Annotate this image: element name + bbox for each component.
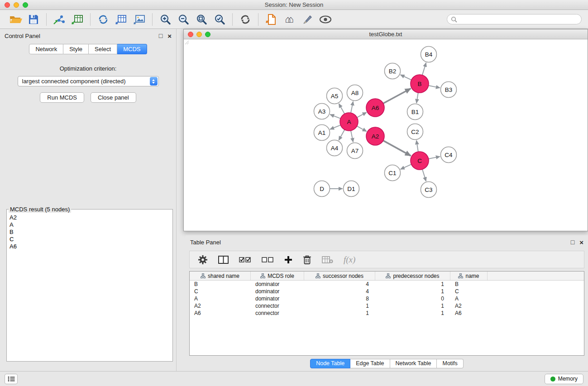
optimization-criterion-dropdown[interactable]: largest connected component (directed) bbox=[18, 76, 159, 86]
node-B1[interactable]: B1 bbox=[407, 104, 423, 120]
task-history-button[interactable] bbox=[5, 374, 18, 384]
add-column-button[interactable] bbox=[284, 256, 292, 264]
close-table-panel-icon[interactable]: × bbox=[579, 239, 583, 246]
search-input[interactable] bbox=[459, 16, 578, 23]
node-A7[interactable]: A7 bbox=[347, 143, 363, 159]
edge-B-B4[interactable] bbox=[422, 63, 426, 75]
edge-A6-B[interactable] bbox=[383, 88, 411, 103]
resize-grip-icon[interactable] bbox=[184, 39, 189, 45]
edge-A-A1[interactable] bbox=[330, 125, 340, 129]
table-row[interactable]: A2connector11A2 bbox=[190, 302, 584, 310]
delete-column-button[interactable] bbox=[303, 255, 311, 265]
edge-A-A5[interactable] bbox=[339, 104, 345, 114]
zoom-in-button[interactable] bbox=[156, 12, 174, 27]
tab-style[interactable]: Style bbox=[63, 44, 89, 54]
open-session-button[interactable] bbox=[6, 12, 24, 27]
node-B[interactable]: B bbox=[411, 75, 429, 93]
edge-A-A2[interactable] bbox=[357, 126, 367, 132]
column-header-successor-nodes[interactable]: successor nodes bbox=[304, 272, 375, 280]
zoom-fit-button[interactable] bbox=[192, 12, 210, 27]
edge-A-A8[interactable] bbox=[351, 101, 353, 113]
zoom-selected-button[interactable] bbox=[210, 12, 229, 27]
node-A2[interactable]: A2 bbox=[366, 127, 384, 145]
column-header-predecessor-nodes[interactable]: predecessor nodes bbox=[375, 272, 450, 280]
node-D[interactable]: D bbox=[314, 181, 330, 197]
node-A[interactable]: A bbox=[340, 113, 358, 131]
style-brush-button[interactable] bbox=[298, 12, 316, 27]
close-panel-icon[interactable]: × bbox=[167, 33, 172, 39]
close-window-button[interactable] bbox=[5, 2, 10, 8]
column-header-MCDS-role[interactable]: MCDS role bbox=[251, 272, 304, 280]
tab-select[interactable]: Select bbox=[89, 44, 117, 54]
float-panel-icon[interactable]: □ bbox=[159, 33, 163, 39]
deselect-all-rows-button[interactable] bbox=[262, 256, 274, 264]
tab-network[interactable]: Network bbox=[29, 44, 63, 54]
column-header-shared-name[interactable]: shared name bbox=[190, 272, 251, 280]
export-table-button[interactable] bbox=[112, 12, 130, 27]
table-settings-button[interactable] bbox=[198, 255, 208, 265]
node-B2[interactable]: B2 bbox=[385, 63, 401, 79]
node-A4[interactable]: A4 bbox=[327, 140, 343, 156]
tab-mcds[interactable]: MCDS bbox=[117, 44, 147, 54]
table-row[interactable]: Bdominator41B bbox=[190, 281, 584, 288]
edge-C-C2[interactable] bbox=[416, 140, 418, 152]
tab-node-table[interactable]: Node Table bbox=[310, 359, 350, 368]
zoom-window-button[interactable] bbox=[23, 2, 28, 8]
import-table-button[interactable] bbox=[68, 12, 86, 27]
edge-A-A6[interactable] bbox=[357, 112, 367, 117]
minimize-window-button[interactable] bbox=[14, 2, 19, 8]
export-network-button[interactable] bbox=[94, 12, 112, 27]
network-close-button[interactable] bbox=[188, 32, 193, 37]
run-mcds-button[interactable]: Run MCDS bbox=[40, 92, 84, 103]
network-zoom-button[interactable] bbox=[205, 32, 210, 37]
edge-A-A4[interactable] bbox=[339, 130, 344, 140]
table-row[interactable]: A6connector11A6 bbox=[190, 310, 584, 317]
save-session-button[interactable] bbox=[24, 12, 43, 27]
float-table-panel-icon[interactable]: □ bbox=[571, 239, 574, 245]
preview-button[interactable] bbox=[316, 12, 335, 27]
edge-A-A3[interactable] bbox=[330, 114, 340, 119]
memory-button[interactable]: Memory bbox=[545, 374, 583, 384]
node-B4[interactable]: B4 bbox=[421, 47, 437, 62]
show-columns-button[interactable] bbox=[218, 255, 229, 264]
export-image-button[interactable] bbox=[130, 12, 148, 27]
import-network-button[interactable] bbox=[50, 12, 68, 27]
zoom-out-button[interactable] bbox=[174, 12, 192, 27]
tab-edge-table[interactable]: Edge Table bbox=[350, 359, 390, 368]
node-B3[interactable]: B3 bbox=[441, 82, 457, 98]
edge-C-C4[interactable] bbox=[429, 157, 440, 159]
column-header-name[interactable]: name bbox=[450, 272, 488, 280]
network-canvas[interactable]: B4B2BB3A5A8A6B1A3AC2A1A2A4A7C4CC1C3DD1 bbox=[184, 39, 588, 231]
function-builder-button[interactable]: f(x) bbox=[344, 255, 355, 265]
edge-B-B1[interactable] bbox=[416, 93, 418, 103]
edge-A-A7[interactable] bbox=[351, 131, 353, 142]
node-A6[interactable]: A6 bbox=[366, 99, 384, 117]
table-row[interactable]: Cdominator41C bbox=[190, 288, 584, 295]
tab-motifs[interactable]: Motifs bbox=[437, 359, 463, 368]
network-minimize-button[interactable] bbox=[196, 32, 202, 37]
select-all-rows-button[interactable] bbox=[239, 256, 251, 264]
node-C[interactable]: C bbox=[411, 152, 429, 170]
show-panels-button[interactable]: ⌂⌂ bbox=[280, 12, 298, 27]
node-C4[interactable]: C4 bbox=[441, 147, 457, 163]
node-A8[interactable]: A8 bbox=[347, 85, 363, 101]
search-field[interactable] bbox=[447, 14, 582, 24]
node-C1[interactable]: C1 bbox=[385, 165, 401, 181]
node-A3[interactable]: A3 bbox=[314, 104, 330, 119]
node-A1[interactable]: A1 bbox=[314, 125, 330, 141]
node-D1[interactable]: D1 bbox=[344, 181, 359, 197]
edge-C-C3[interactable] bbox=[422, 169, 426, 181]
node-C3[interactable]: C3 bbox=[421, 182, 437, 198]
node-A5[interactable]: A5 bbox=[327, 88, 343, 104]
edge-B-B3[interactable] bbox=[429, 86, 440, 88]
table-row[interactable]: Adominator80A bbox=[190, 295, 584, 302]
tab-network-table[interactable]: Network Table bbox=[390, 359, 437, 368]
node-C2[interactable]: C2 bbox=[407, 124, 423, 140]
close-panel-button[interactable]: Close panel bbox=[91, 92, 136, 103]
network-snapshot-button[interactable] bbox=[262, 12, 280, 27]
edge-C-C1[interactable] bbox=[401, 164, 411, 169]
edge-B-B2[interactable] bbox=[401, 75, 411, 80]
delete-table-button[interactable] bbox=[322, 256, 333, 264]
edge-A2-C[interactable] bbox=[383, 141, 411, 156]
apply-layout-button[interactable] bbox=[236, 12, 254, 27]
